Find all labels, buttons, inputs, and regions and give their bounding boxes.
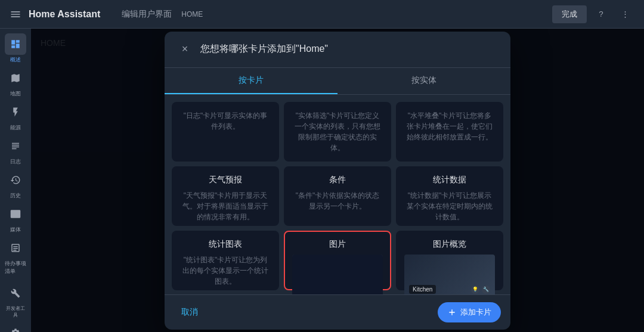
cancel-button[interactable]: 取消 [174,303,205,321]
card-desc-conditional: "条件"卡片依据实体的状态显示另一个卡片。 [292,190,383,212]
card-item-statistics-graph[interactable]: 统计图表 "统计图表"卡片可让您为列出的每个实体显示一个统计图表。 [172,231,279,290]
sidebar-item-media[interactable] [5,203,26,225]
card-item-entity-filter[interactable]: "实体筛选"卡片可让您定义一个实体的列表，只有您想限制那些于确定状态的实体。 [284,102,391,162]
kitchen-icons: 💡 🔧 [471,286,490,294]
card-desc-statistics: "统计数据"卡片可让您展示某个实体在特定时期内的统计数值。 [404,190,495,222]
modal-title: 您想将哪张卡片添加到"Home" [200,43,328,55]
logs-label: 日志 [10,158,21,166]
overview-label: 概述 [10,56,21,64]
card-item-conditional[interactable]: 条件 "条件"卡片依据实体的状态显示另一个卡片。 [284,166,391,226]
todo-label: 待办事项清单 [5,260,26,275]
sidebar-item-config[interactable] [5,322,26,332]
home-back-btn[interactable]: HOME [181,10,203,18]
sidebar-item-map[interactable] [5,67,26,89]
app-name: Home Assistant [29,9,100,20]
card-title-weather: 天气预报 [180,175,271,185]
sidebar-item-overview[interactable] [5,33,26,55]
card-item-picture[interactable]: 图片 [284,231,391,290]
sidebar-toggle [10,8,21,20]
dev-tools-label: 开发者工具 [5,305,26,318]
history-label: 历史 [10,192,21,200]
add-card-label: 添加卡片 [460,307,491,318]
energy-label: 能源 [10,124,21,132]
sidebar-item-logs[interactable] [5,135,26,157]
modal-overlay: × 您想将哪张卡片添加到"Home" 按卡片 按实体 [31,29,644,332]
card-desc-weather: "天气预报"卡片用于显示天气。对于将界面适当显示于的情况非常有用。 [180,190,271,222]
card-desc-horizontal-stack: "水平堆叠"卡片可让您将多张卡片堆叠在一起，使它们始终彼此相邻放置成一行。 [404,110,495,142]
card-title-conditional: 条件 [292,175,383,185]
card-item-log[interactable]: "日志"卡片可显示实体的事件列表。 [172,102,279,162]
card-desc-entity-filter: "实体筛选"卡片可让您定义一个实体的列表，只有您想限制那些于确定状态的实体。 [292,110,383,153]
card-preview-picture [292,255,383,294]
modal-footer: 取消 添加卡片 [165,294,510,330]
media-label: 媒体 [10,226,21,234]
edit-title: 编辑用户界面 [122,9,172,20]
done-button[interactable]: 完成 [552,5,587,23]
sidebar: 概述 地图 能源 日志 历史 [0,29,31,332]
card-item-weather[interactable]: 天气预报 "天气预报"卡片用于显示天气。对于将界面适当显示于的情况非常有用。 [172,166,279,226]
modal-close-button[interactable]: × [177,41,193,58]
card-item-horizontal-stack[interactable]: "水平堆叠"卡片可让您将多张卡片堆叠在一起，使它们始终彼此相邻放置成一行。 [396,102,503,162]
card-item-statistics[interactable]: 统计数据 "统计数据"卡片可让您展示某个实体在特定时期内的统计数值。 [396,166,503,226]
modal-header: × 您想将哪张卡片添加到"Home" [165,32,510,68]
add-card-modal: × 您想将哪张卡片添加到"Home" 按卡片 按实体 [165,32,510,330]
card-desc-statistics-graph: "统计图表"卡片可让您为列出的每个实体显示一个统计图表。 [180,255,271,287]
edit-area: HOME × 您想将哪张卡片添加到"Home" 按卡片 [31,29,644,332]
sidebar-item-dev-tools[interactable] [5,283,26,304]
more-options-button[interactable]: ⋮ [615,5,634,24]
cards-grid: "日志"卡片可显示实体的事件列表。 "实体筛选"卡片可让您定义一个实体的列表，只… [165,95,510,294]
card-title-statistics-graph: 统计图表 [180,239,271,250]
card-title-picture: 图片 [292,239,383,250]
card-desc-log: "日志"卡片可显示实体的事件列表。 [180,110,271,132]
sidebar-item-history[interactable] [5,169,26,191]
map-label: 地图 [10,90,21,98]
card-title-picture-overview: 图片概览 [404,239,495,250]
sidebar-item-todo[interactable] [5,237,26,259]
kitchen-label: Kitchen [409,285,436,294]
card-item-picture-overview[interactable]: 图片概览 Kitchen 💡 🔧 [396,231,503,290]
sidebar-item-energy[interactable] [5,101,26,123]
add-card-button[interactable]: 添加卡片 [438,302,501,322]
card-title-statistics: 统计数据 [404,175,495,185]
tab-by-entity[interactable]: 按实体 [338,68,510,94]
card-preview-kitchen: Kitchen 💡 🔧 [404,255,495,294]
app-header: Home Assistant 编辑用户界面 HOME 完成 ? ⋮ [0,0,644,29]
help-button[interactable]: ? [592,5,611,24]
tab-by-card[interactable]: 按卡片 [165,68,338,94]
menu-icon[interactable] [10,8,21,20]
modal-tabs: 按卡片 按实体 [165,68,510,95]
